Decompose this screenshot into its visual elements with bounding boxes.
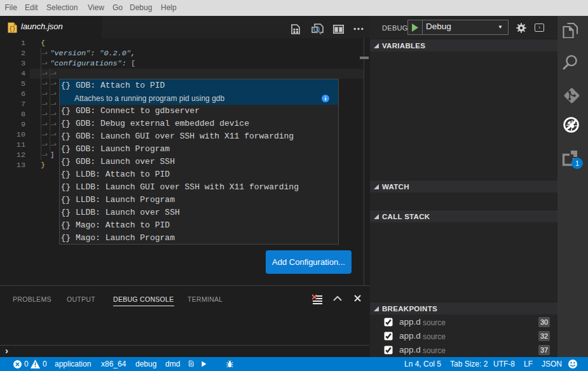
svg-text:{}: {}: [9, 26, 15, 32]
